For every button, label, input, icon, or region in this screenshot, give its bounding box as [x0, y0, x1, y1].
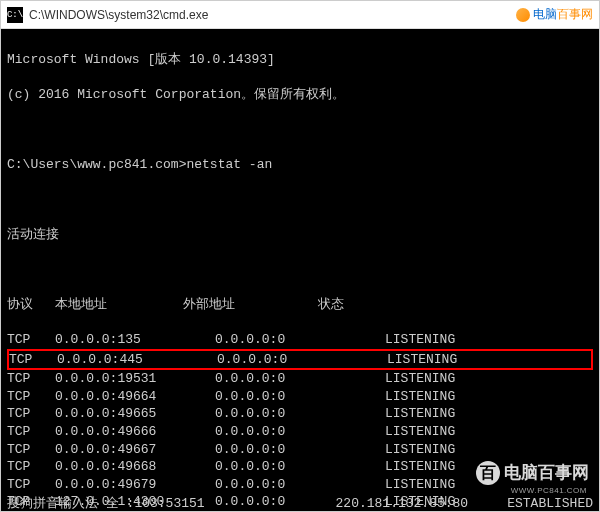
- cell-local: 0.0.0.0:19531: [55, 370, 215, 388]
- cell-proto: TCP: [7, 331, 55, 349]
- terminal-output[interactable]: Microsoft Windows [版本 10.0.14393] (c) 20…: [1, 29, 599, 512]
- cell-state: LISTENING: [385, 331, 455, 349]
- prompt-line: C:\Users\www.pc841.com>netstat -an: [7, 156, 593, 174]
- window-titlebar[interactable]: C:\ C:\WINDOWS\system32\cmd.exe 电脑百事网: [1, 1, 599, 29]
- cell-local: 0.0.0.0:49679: [55, 476, 215, 494]
- cell-foreign: 0.0.0.0:0: [215, 370, 385, 388]
- cell-proto: TCP: [7, 388, 55, 406]
- cell-state: LISTENING: [385, 458, 455, 476]
- watermark: 百 电脑百事网 WWW.PC841.COM: [476, 461, 589, 485]
- cell-proto: TCP: [7, 441, 55, 459]
- cell-foreign: 0.0.0.0:0: [215, 405, 385, 423]
- cell-proto: TCP: [9, 351, 57, 369]
- cell-local: 0.0.0.0:49667: [55, 441, 215, 459]
- column-headers: 协议本地地址外部地址状态: [7, 296, 593, 314]
- banner-line-1: Microsoft Windows [版本 10.0.14393]: [7, 51, 593, 69]
- cell-proto: TCP: [7, 458, 55, 476]
- cell-state: LISTENING: [385, 441, 455, 459]
- brand-text-blue: 电脑: [533, 6, 557, 23]
- cell-state: LISTENING: [385, 370, 455, 388]
- cell-local: 0.0.0.0:49665: [55, 405, 215, 423]
- cell-state: LISTENING: [387, 351, 457, 369]
- blank-line: [7, 191, 593, 209]
- table-row: TCP0.0.0.0:1350.0.0.0:0LISTENING: [7, 331, 593, 349]
- cell-local: 0.0.0.0:49664: [55, 388, 215, 406]
- cell-foreign: 0.0.0.0:0: [215, 476, 385, 494]
- cell-local: 0.0.0.0:49668: [55, 458, 215, 476]
- brand-logo-icon: [516, 8, 530, 22]
- table-row: TCP0.0.0.0:496670.0.0.0:0LISTENING: [7, 441, 593, 459]
- ime-right: 220.181.132.85:80 ESTABLISHED: [336, 495, 593, 512]
- prompt-path: C:\Users\www.pc841.com>: [7, 157, 186, 172]
- ime-status-bar: 搜狗拼音输入法 全 :103:53151 220.181.132.85:80 E…: [1, 495, 599, 512]
- header-state: 状态: [318, 296, 344, 314]
- cell-state: LISTENING: [385, 405, 455, 423]
- ime-left: 搜狗拼音输入法 全 :103:53151: [7, 495, 205, 512]
- brand-text-orange: 百事网: [557, 6, 593, 23]
- section-label: 活动连接: [7, 226, 593, 244]
- cell-foreign: 0.0.0.0:0: [215, 441, 385, 459]
- cmd-icon: C:\: [7, 7, 23, 23]
- table-row: TCP0.0.0.0:195310.0.0.0:0LISTENING: [7, 370, 593, 388]
- header-local: 本地地址: [55, 296, 183, 314]
- watermark-icon: 百: [476, 461, 500, 485]
- cell-proto: TCP: [7, 476, 55, 494]
- blank-line: [7, 121, 593, 139]
- cell-proto: TCP: [7, 405, 55, 423]
- cell-foreign: 0.0.0.0:0: [215, 458, 385, 476]
- site-brand-top: 电脑百事网: [516, 6, 593, 23]
- window-title: C:\WINDOWS\system32\cmd.exe: [29, 8, 516, 22]
- cell-local: 0.0.0.0:49666: [55, 423, 215, 441]
- cell-foreign: 0.0.0.0:0: [215, 423, 385, 441]
- cell-foreign: 0.0.0.0:0: [215, 331, 385, 349]
- cell-state: LISTENING: [385, 423, 455, 441]
- cell-state: LISTENING: [385, 388, 455, 406]
- cell-local: 0.0.0.0:135: [55, 331, 215, 349]
- watermark-text: 电脑百事网: [504, 462, 589, 485]
- header-foreign: 外部地址: [183, 296, 318, 314]
- cell-foreign: 0.0.0.0:0: [217, 351, 387, 369]
- cell-state: LISTENING: [385, 476, 455, 494]
- cell-foreign: 0.0.0.0:0: [215, 388, 385, 406]
- header-proto: 协议: [7, 296, 55, 314]
- cell-proto: TCP: [7, 423, 55, 441]
- cell-local: 0.0.0.0:445: [57, 351, 217, 369]
- cell-proto: TCP: [7, 370, 55, 388]
- blank-line: [7, 261, 593, 279]
- table-row: TCP0.0.0.0:496650.0.0.0:0LISTENING: [7, 405, 593, 423]
- table-row: TCP0.0.0.0:4450.0.0.0:0LISTENING: [7, 349, 593, 371]
- table-row: TCP0.0.0.0:496640.0.0.0:0LISTENING: [7, 388, 593, 406]
- table-row: TCP0.0.0.0:496660.0.0.0:0LISTENING: [7, 423, 593, 441]
- typed-command: netstat -an: [186, 157, 272, 172]
- banner-line-2: (c) 2016 Microsoft Corporation。保留所有权利。: [7, 86, 593, 104]
